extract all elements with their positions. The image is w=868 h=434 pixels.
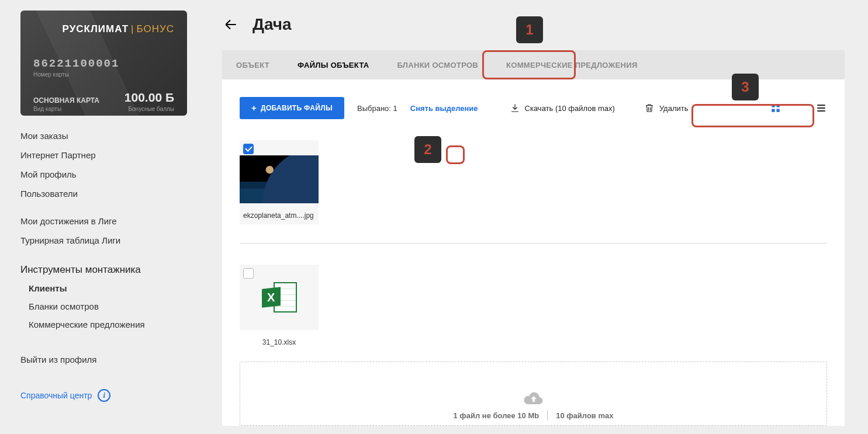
nav-clients[interactable]: Клиенты — [20, 279, 187, 297]
main: 1 2 3 Дача ОБЪЕКТ ФАЙЛЫ ОБЪЕКТА БЛАНКИ О… — [208, 0, 868, 434]
nav-users[interactable]: Пользователи — [20, 184, 187, 203]
file-name: ekzoplaneta_atm....jpg — [240, 208, 319, 224]
tab-files[interactable]: ФАЙЛЫ ОБЪЕКТА — [294, 50, 373, 79]
nav-tools-section: Инструменты монтажника — [20, 258, 187, 279]
side-nav: Мои заказы Интернет Партнер Мой профиль … — [20, 126, 187, 369]
help-label: Справочный центр — [20, 391, 92, 400]
file-checkbox[interactable] — [243, 144, 254, 154]
clear-selection-link[interactable]: Снять выделение — [410, 104, 478, 113]
card-type-label: Вид карты — [33, 106, 99, 112]
limit-count: 10 файлов max — [556, 411, 613, 420]
brand-bonus: БОНУС — [136, 23, 174, 34]
divider — [240, 243, 827, 244]
brand-main: РУСКЛИМАТ — [63, 23, 129, 34]
file-item[interactable]: X 31_10.xlsx — [240, 265, 319, 351]
view-list-button[interactable] — [815, 102, 827, 114]
download-icon — [510, 103, 520, 113]
file-name: 31_10.xlsx — [240, 335, 319, 351]
delete-label: Удалить — [659, 104, 689, 113]
card-type: ОСНОВНАЯ КАРТА — [33, 96, 99, 105]
dropzone-limits: 1 файл не более 10 Mb 10 файлов max — [454, 410, 614, 421]
svg-rect-0 — [772, 104, 774, 107]
help-link[interactable]: Справочный центр i — [20, 389, 187, 402]
nav-logout[interactable]: Выйти из профиля — [20, 350, 187, 369]
nav-blanks[interactable]: Бланки осмотров — [20, 297, 187, 315]
grid-icon — [770, 103, 781, 113]
svg-rect-5 — [817, 107, 825, 109]
nav-partner[interactable]: Интернет Партнер — [20, 145, 187, 165]
back-button[interactable] — [222, 16, 240, 33]
download-button[interactable]: Скачать (10 файлов max) — [510, 103, 615, 113]
file-checkbox[interactable] — [243, 268, 254, 279]
excel-icon: X — [262, 282, 297, 313]
download-label: Скачать (10 файлов max) — [525, 104, 615, 113]
svg-rect-6 — [817, 110, 825, 112]
marker-1: 1 — [516, 16, 543, 43]
bonus-card: РУСКЛИМАТ|БОНУС 86221100001 Номер карты … — [20, 11, 187, 116]
tab-offers[interactable]: КОММЕРЧЕСКИЕ ПРЕДЛОЖЕНИЯ — [503, 50, 641, 79]
add-files-label: ДОБАВИТЬ ФАЙЛЫ — [261, 104, 333, 112]
dropzone[interactable]: 1 файл не более 10 Mb 10 файлов max — [240, 362, 827, 426]
list-icon — [816, 103, 826, 113]
nav-leaderboard[interactable]: Турнирная таблица Лиги — [20, 231, 187, 250]
nav-orders[interactable]: Мои заказы — [20, 126, 187, 145]
card-number: 86221100001 — [33, 57, 174, 70]
file-thumbnail — [240, 155, 319, 203]
selected-text: Выбрано: 1 — [357, 104, 397, 113]
svg-rect-1 — [777, 104, 780, 107]
svg-rect-4 — [817, 105, 825, 106]
marker-2: 2 — [414, 136, 441, 163]
delete-button[interactable]: Удалить — [644, 103, 689, 113]
add-files-button[interactable]: + ДОБАВИТЬ ФАЙЛЫ — [240, 97, 344, 119]
card-number-label: Номер карты — [33, 71, 174, 78]
sidebar: РУСКЛИМАТ|БОНУС 86221100001 Номер карты … — [0, 0, 208, 434]
file-item[interactable]: ekzoplaneta_atm....jpg — [240, 140, 319, 224]
svg-rect-2 — [772, 109, 774, 112]
arrow-left-icon — [223, 17, 238, 32]
trash-icon — [644, 103, 655, 113]
svg-rect-3 — [777, 109, 780, 112]
tab-blanks[interactable]: БЛАНКИ ОСМОТРОВ — [394, 50, 482, 79]
limit-size: 1 файл не более 10 Mb — [454, 411, 540, 420]
card-balance: 100.00 Б — [125, 91, 174, 105]
tab-object[interactable]: ОБЪЕКТ — [233, 50, 273, 79]
content: + ДОБАВИТЬ ФАЙЛЫ Выбрано: 1 Снять выделе… — [222, 79, 845, 426]
nav-achievements[interactable]: Мои достижения в Лиге — [20, 211, 187, 231]
card-balance-label: Бонусные баллы — [125, 106, 174, 112]
nav-offers[interactable]: Коммерческие предложения — [20, 315, 187, 334]
nav-profile[interactable]: Мой профиль — [20, 165, 187, 184]
brand: РУСКЛИМАТ|БОНУС — [33, 23, 174, 35]
page-title: Дача — [253, 15, 292, 34]
info-icon: i — [98, 389, 110, 402]
upload-icon — [523, 391, 544, 407]
marker-3: 3 — [732, 74, 759, 100]
view-grid-button[interactable] — [770, 102, 781, 114]
